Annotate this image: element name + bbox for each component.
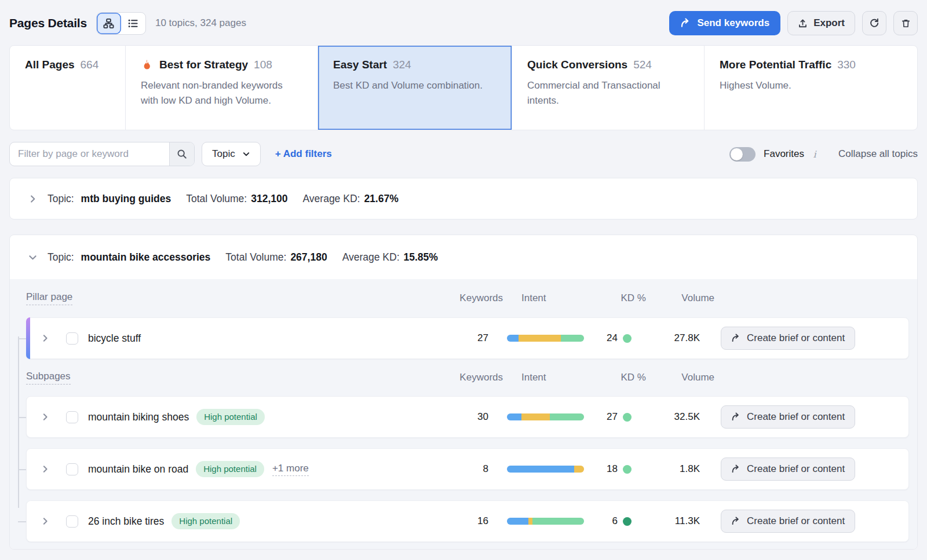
topic-header[interactable]: Topic: mtb buying guides Total Volume:31… bbox=[10, 178, 917, 219]
create-brief-button[interactable]: Create brief or content bbox=[721, 457, 855, 481]
column-kd: KD % bbox=[598, 292, 646, 304]
more-badges-link[interactable]: +1 more bbox=[272, 463, 309, 476]
row-checkbox[interactable] bbox=[66, 332, 78, 345]
tab-quick-conversions[interactable]: Quick Conversions524 Commercial and Tran… bbox=[512, 46, 705, 130]
tree-connector bbox=[18, 336, 19, 508]
chevron-down-icon bbox=[242, 150, 250, 158]
mindmap-view-button[interactable] bbox=[97, 13, 121, 34]
page-header: Pages Details 10 topics, 324 pages bbox=[0, 0, 927, 45]
chevron-right-icon[interactable] bbox=[41, 464, 50, 474]
intent-bar bbox=[507, 466, 584, 473]
keywords-count: 16 bbox=[445, 515, 488, 527]
volume-value: 32.5K bbox=[632, 411, 700, 423]
topic-filter-dropdown[interactable]: Topic bbox=[202, 142, 261, 166]
kd-dot bbox=[623, 413, 632, 422]
column-intent: Intent bbox=[521, 292, 598, 304]
kd-value: 18 bbox=[607, 463, 618, 475]
pillar-page-row: bicycle stuff 27 24 27.8K Create brief o… bbox=[26, 317, 909, 359]
row-checkbox[interactable] bbox=[66, 515, 78, 528]
search-button[interactable] bbox=[169, 142, 194, 166]
segment-tabs: All Pages664 Best for Strategy108 Releva… bbox=[9, 45, 918, 130]
list-icon bbox=[127, 18, 138, 29]
export-icon bbox=[798, 19, 808, 28]
kd-value: 27 bbox=[607, 411, 618, 423]
tab-all-pages[interactable]: All Pages664 bbox=[10, 46, 126, 130]
header-actions: Send keywords Export bbox=[669, 11, 918, 35]
flame-icon bbox=[141, 59, 153, 71]
chevron-right-icon bbox=[28, 194, 38, 204]
refresh-button[interactable] bbox=[862, 11, 886, 35]
refresh-icon bbox=[869, 18, 879, 28]
volume-value: 1.8K bbox=[632, 463, 700, 475]
export-button[interactable]: Export bbox=[787, 11, 855, 35]
send-arrow-icon bbox=[731, 464, 740, 474]
row-checkbox[interactable] bbox=[66, 463, 78, 475]
keywords-count: 30 bbox=[445, 411, 488, 423]
create-brief-button[interactable]: Create brief or content bbox=[721, 405, 855, 429]
column-intent: Intent bbox=[521, 372, 598, 383]
tab-easy-start[interactable]: Easy Start324 Best KD and Volume combina… bbox=[318, 46, 512, 130]
topic-card-mtb-buying-guides: Topic: mtb buying guides Total Volume:31… bbox=[9, 178, 918, 219]
row-checkbox[interactable] bbox=[66, 411, 78, 423]
high-potential-badge: High potential bbox=[196, 461, 264, 477]
subpage-row: 26 inch bike tires High potential 16 6 1… bbox=[26, 500, 909, 542]
kd-dot bbox=[623, 465, 632, 474]
filter-bar-right: Favorites Collapse all topics bbox=[729, 147, 918, 162]
column-kd: KD % bbox=[598, 372, 646, 383]
favorites-toggle[interactable] bbox=[729, 147, 756, 162]
page-title: Pages Details bbox=[9, 16, 87, 30]
subpage-row: mountain bike on road High potential +1 … bbox=[26, 448, 909, 490]
chevron-right-icon[interactable] bbox=[41, 412, 50, 422]
pillar-column-headers: Pillar page Keywords Intent KD % Volume bbox=[26, 279, 909, 317]
create-brief-button[interactable]: Create brief or content bbox=[721, 327, 855, 350]
tab-best-for-strategy[interactable]: Best for Strategy108 Relevant non-brande… bbox=[126, 46, 318, 130]
info-icon[interactable] bbox=[811, 149, 819, 160]
send-arrow-icon bbox=[731, 334, 740, 343]
subpage-row: mountain biking shoes High potential 30 … bbox=[26, 396, 909, 438]
pillar-page-label[interactable]: Pillar page bbox=[26, 291, 72, 305]
search-input[interactable] bbox=[10, 142, 169, 166]
topics-pages-summary: 10 topics, 324 pages bbox=[155, 17, 246, 29]
column-keywords: Keywords bbox=[459, 372, 503, 383]
page-name[interactable]: mountain bike on road bbox=[88, 463, 188, 475]
kd-value: 24 bbox=[607, 332, 618, 344]
high-potential-badge: High potential bbox=[171, 513, 240, 529]
intent-bar bbox=[507, 518, 584, 525]
trash-icon bbox=[901, 19, 911, 28]
kd-dot bbox=[623, 517, 632, 526]
chevron-right-icon[interactable] bbox=[41, 517, 50, 526]
create-brief-button[interactable]: Create brief or content bbox=[721, 510, 855, 533]
send-arrow-icon bbox=[731, 517, 740, 526]
send-keywords-button[interactable]: Send keywords bbox=[669, 11, 780, 35]
topic-header[interactable]: Topic: mountain bike accessories Total V… bbox=[10, 235, 917, 279]
page-name[interactable]: mountain biking shoes bbox=[88, 411, 189, 423]
topic-meta: Topic: mountain bike accessories Total V… bbox=[48, 251, 453, 263]
add-filters-link[interactable]: + Add filters bbox=[275, 148, 332, 160]
favorites-label: Favorites bbox=[764, 148, 804, 160]
kd-dot bbox=[623, 334, 632, 343]
toggle-knob bbox=[731, 148, 743, 160]
chevron-right-icon[interactable] bbox=[41, 334, 50, 343]
topic-card-mountain-bike-accessories: Topic: mountain bike accessories Total V… bbox=[9, 235, 918, 550]
high-potential-badge: High potential bbox=[196, 409, 265, 425]
topic-body: Pillar page Keywords Intent KD % Volume … bbox=[10, 279, 917, 549]
view-mode-toggle bbox=[96, 12, 146, 35]
column-volume: Volume bbox=[646, 292, 714, 304]
keywords-count: 8 bbox=[445, 463, 488, 475]
topic-meta: Topic: mtb buying guides Total Volume:31… bbox=[48, 193, 414, 205]
subpages-column-headers: Subpages Keywords Intent KD % Volume bbox=[26, 359, 909, 396]
collapse-all-topics-link[interactable]: Collapse all topics bbox=[838, 148, 918, 160]
send-arrow-icon bbox=[731, 412, 740, 422]
page-name[interactable]: 26 inch bike tires bbox=[88, 515, 164, 528]
search-box bbox=[9, 142, 195, 166]
page-name[interactable]: bicycle stuff bbox=[88, 332, 141, 345]
list-view-button[interactable] bbox=[121, 13, 145, 34]
tab-more-potential-traffic[interactable]: More Potential Traffic330 Highest Volume… bbox=[705, 46, 917, 130]
delete-button[interactable] bbox=[893, 11, 918, 35]
volume-value: 27.8K bbox=[632, 332, 700, 344]
intent-bar bbox=[507, 413, 584, 420]
column-keywords: Keywords bbox=[459, 292, 503, 304]
subpages-label[interactable]: Subpages bbox=[26, 371, 71, 385]
chevron-down-icon bbox=[28, 252, 38, 262]
keywords-count: 27 bbox=[445, 332, 488, 344]
